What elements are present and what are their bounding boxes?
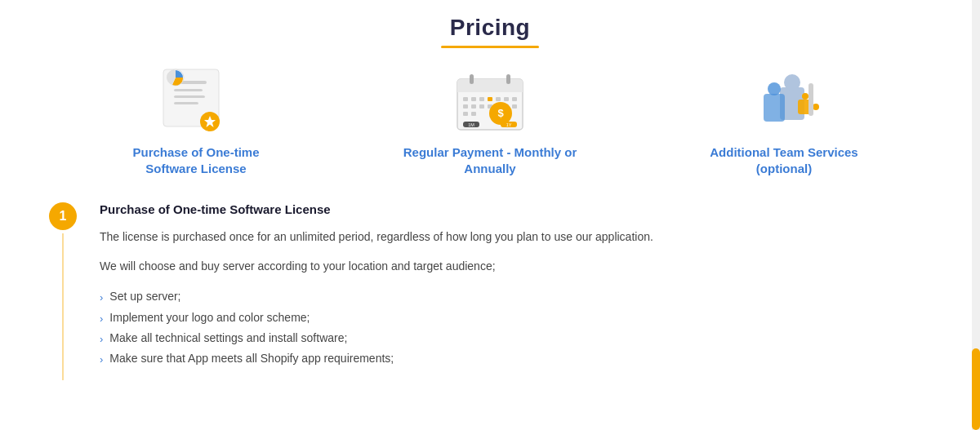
content-body: Purchase of One-time Software License Th… <box>100 202 931 370</box>
chevron-icon: › <box>100 330 103 348</box>
svg-rect-16 <box>488 97 492 101</box>
chevron-icon: › <box>100 309 103 328</box>
content-paragraph2: We will choose and buy server according … <box>100 257 931 275</box>
icons-row: Purchase of One-time Software License <box>0 63 980 178</box>
team-graphic <box>739 63 829 136</box>
svg-rect-37 <box>764 94 785 122</box>
svg-rect-28 <box>471 112 476 116</box>
svg-rect-14 <box>471 97 476 101</box>
svg-point-36 <box>784 74 800 91</box>
pricing-header: Pricing <box>0 0 980 55</box>
svg-rect-21 <box>471 104 476 109</box>
list-item: › Make sure that App meets all Shopify a… <box>100 348 931 369</box>
svg-rect-26 <box>512 104 517 109</box>
content-section: 1 Purchase of One-time Software License … <box>0 202 980 380</box>
list-item: › Implement your logo and color scheme; <box>100 308 931 328</box>
svg-text:1Y: 1Y <box>506 122 512 127</box>
svg-rect-17 <box>496 97 501 101</box>
svg-rect-12 <box>506 74 510 84</box>
list-item: › Set up server; <box>100 286 931 307</box>
page-title: Pricing <box>0 15 980 41</box>
svg-point-38 <box>768 82 781 95</box>
svg-text:$: $ <box>497 107 504 119</box>
step-circle: 1 <box>49 202 77 230</box>
svg-point-41 <box>813 104 819 110</box>
icon-item-calendar: $ 1M 1Y Regular Payment - Monthly or Ann… <box>343 63 637 178</box>
scrollbar-thumb[interactable] <box>972 348 980 430</box>
scrollbar-track[interactable] <box>972 0 980 430</box>
license-graphic <box>151 63 241 136</box>
svg-rect-20 <box>463 104 468 109</box>
content-paragraph1: The license is purchased once for an unl… <box>100 228 931 246</box>
icon-label-calendar: Regular Payment - Monthly or Annually <box>400 144 580 178</box>
chevron-icon: › <box>100 350 103 369</box>
step-line <box>62 233 64 380</box>
svg-rect-10 <box>457 86 523 92</box>
step-indicator: 1 <box>49 202 77 380</box>
icon-label-license: Purchase of One-time Software License <box>106 144 286 178</box>
icon-item-license: Purchase of One-time Software License <box>49 63 343 178</box>
page-wrapper: Pricing <box>0 0 980 430</box>
title-underline <box>441 46 539 48</box>
svg-text:1M: 1M <box>468 122 474 127</box>
svg-rect-27 <box>463 112 468 116</box>
svg-rect-42 <box>808 83 813 116</box>
icon-label-team: Additional Team Services (optional) <box>694 144 874 178</box>
svg-point-40 <box>802 93 808 100</box>
svg-rect-19 <box>512 97 517 101</box>
content-heading: Purchase of One-time Software License <box>100 202 931 216</box>
chevron-icon: › <box>100 288 103 307</box>
list-item: › Make all technical settings and instal… <box>100 328 931 348</box>
svg-rect-4 <box>174 102 198 104</box>
svg-rect-22 <box>479 104 484 109</box>
svg-rect-11 <box>470 74 474 84</box>
calendar-graphic: $ 1M 1Y <box>445 63 535 136</box>
svg-rect-18 <box>504 97 509 101</box>
svg-rect-13 <box>463 97 468 101</box>
svg-rect-2 <box>174 89 203 91</box>
svg-rect-15 <box>479 97 484 101</box>
icon-item-team: Additional Team Services (optional) <box>637 63 931 178</box>
svg-rect-3 <box>174 95 205 98</box>
content-list: › Set up server; › Implement your logo a… <box>100 286 931 370</box>
